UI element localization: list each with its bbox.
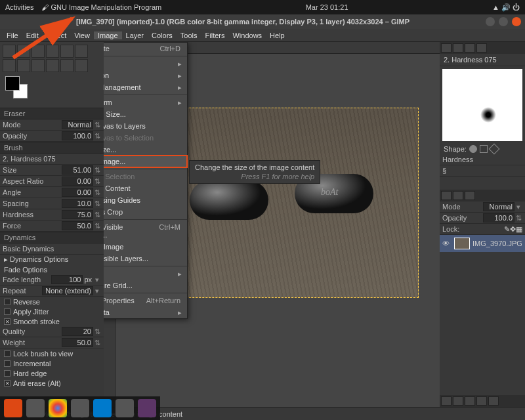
tool[interactable] xyxy=(17,45,30,58)
visibility-icon[interactable]: 👁 xyxy=(442,240,452,247)
menu-image[interactable]: Image xyxy=(94,32,122,39)
shape-square-icon[interactable] xyxy=(480,145,488,153)
menu-colors[interactable]: Colors xyxy=(148,32,177,39)
mode-select[interactable]: Normal xyxy=(62,120,93,129)
tool[interactable] xyxy=(3,45,16,58)
menu-flatten[interactable]: Flatten Image xyxy=(104,241,187,253)
tool[interactable] xyxy=(60,45,74,58)
menu-image-properties[interactable]: Image PropertiesAlt+Return xyxy=(104,295,187,306)
menu-color-management[interactable]: Color Management xyxy=(104,81,187,93)
shape-circle-icon[interactable] xyxy=(469,145,477,153)
menu-configure-grid[interactable]: Configure Grid... xyxy=(104,280,187,291)
layer-down-icon[interactable] xyxy=(465,396,475,406)
repeat-select[interactable]: None (extend) xyxy=(42,286,93,295)
menu-crop-content[interactable]: Crop to Content xyxy=(104,182,187,194)
opacity-input[interactable]: 100.0 xyxy=(62,131,93,140)
lock-brush-check[interactable]: Lock brush to view xyxy=(0,348,104,358)
hard-edge-check[interactable]: Hard edge xyxy=(0,368,104,378)
tool[interactable] xyxy=(17,59,30,72)
lock-pixel-icon[interactable]: ✎ xyxy=(504,225,510,234)
spacing-input[interactable]: 10.0 xyxy=(62,199,93,208)
hardness-input[interactable]: 75.0 xyxy=(62,210,93,219)
dock-app-icon[interactable] xyxy=(26,399,45,417)
menu-fit-canvas-layers[interactable]: Fit Canvas to Layers xyxy=(104,120,187,132)
layer-row[interactable]: 👁 IMG_3970.JPG xyxy=(440,235,525,252)
menu-print-size[interactable]: Print Size... xyxy=(104,144,187,156)
reverse-check[interactable]: Reverse xyxy=(0,297,104,306)
activities-button[interactable]: Activities xyxy=(5,3,33,11)
fg-bg-colors[interactable] xyxy=(5,76,28,98)
menu-filters[interactable]: Filters xyxy=(201,32,229,39)
smooth-check[interactable]: Smooth stroke xyxy=(0,316,104,326)
menu-transform[interactable]: Transform xyxy=(104,96,187,108)
layer-delete-icon[interactable] xyxy=(488,396,499,406)
menu-mode[interactable]: Mode xyxy=(104,58,187,70)
dock-chrome-icon[interactable] xyxy=(49,399,67,417)
menu-slice-guides[interactable]: Slice Using Guides xyxy=(104,194,187,206)
menu-duplicate[interactable]: DuplicateCtrl+D xyxy=(104,43,187,54)
menu-windows[interactable]: Windows xyxy=(228,32,266,39)
dock-files-icon[interactable] xyxy=(4,399,22,417)
fade-len-input[interactable]: 100 xyxy=(51,275,83,284)
tool[interactable] xyxy=(46,59,59,72)
tab-layers[interactable] xyxy=(441,191,452,200)
layer-thumbnail[interactable] xyxy=(454,238,470,249)
tool[interactable] xyxy=(32,45,45,58)
force-input[interactable]: 50.0 xyxy=(62,221,93,230)
tab-patterns[interactable] xyxy=(453,43,463,52)
clock[interactable]: Mar 23 01:21 xyxy=(161,3,492,11)
menu-tools[interactable]: Tools xyxy=(177,32,201,39)
dynamics-select[interactable]: Basic Dynamics xyxy=(3,245,101,253)
dock-vscode-icon[interactable] xyxy=(93,399,112,417)
brush-name[interactable]: 2. Hardness 075 xyxy=(3,155,101,163)
layer-mode-select[interactable]: Normal xyxy=(483,202,514,211)
tab-history[interactable] xyxy=(476,43,487,52)
shape-diamond-icon[interactable] xyxy=(488,144,499,155)
layer-new-icon[interactable] xyxy=(441,396,452,406)
jitter-check[interactable]: Apply Jitter xyxy=(0,306,104,316)
tab-channels[interactable] xyxy=(453,191,463,200)
size-input[interactable]: 51.00 xyxy=(62,165,93,175)
system-tray[interactable]: ▲ 🔊 ⏻ xyxy=(492,3,520,12)
weight-input[interactable]: 50.0 xyxy=(62,338,93,347)
angle-input[interactable]: 0.00 xyxy=(62,188,93,197)
layer-name[interactable]: IMG_3970.JPG xyxy=(472,240,522,247)
dock-app-icon[interactable] xyxy=(71,399,89,417)
incremental-check[interactable]: Incremental xyxy=(0,358,104,368)
menu-help[interactable]: Help xyxy=(266,32,289,39)
menu-align-layers[interactable]: Align Visible Layers... xyxy=(104,253,187,264)
tool[interactable] xyxy=(3,59,16,72)
layer-opacity-input[interactable]: 100.0 xyxy=(483,213,514,222)
menu-guides[interactable]: Guides xyxy=(104,268,187,280)
menu-select[interactable]: Select xyxy=(43,32,71,39)
menu-metadata[interactable]: Metadata xyxy=(104,306,187,318)
brush-preview[interactable] xyxy=(442,69,522,141)
menu-file[interactable]: File xyxy=(3,32,22,39)
close-button[interactable] xyxy=(512,17,521,26)
quality-input[interactable]: 20 xyxy=(62,327,93,336)
maximize-button[interactable] xyxy=(499,17,508,26)
menu-zealous-crop[interactable]: Zealous Crop xyxy=(104,206,187,218)
tab-paths[interactable] xyxy=(465,191,475,200)
dyn-options[interactable]: ▸ Dynamics Options xyxy=(4,255,68,264)
tab-brushes[interactable] xyxy=(441,43,452,52)
layer-up-icon[interactable] xyxy=(453,396,463,406)
minimize-button[interactable] xyxy=(486,17,495,26)
tool[interactable] xyxy=(75,59,88,72)
anti-erase-check[interactable]: Anti erase (Alt) xyxy=(0,378,104,388)
canvas-image[interactable] xyxy=(169,108,419,298)
layer-duplicate-icon[interactable] xyxy=(476,396,487,406)
menu-view[interactable]: View xyxy=(70,32,94,39)
tool[interactable] xyxy=(60,59,74,72)
menu-precision[interactable]: Precision xyxy=(104,70,187,81)
tab-fonts[interactable] xyxy=(465,43,475,52)
app-menu[interactable]: 🖌 GNU Image Manipulation Program xyxy=(41,3,161,11)
dock-app-icon[interactable] xyxy=(116,399,134,417)
lock-position-icon[interactable]: ✥ xyxy=(510,225,516,234)
menu-edit[interactable]: Edit xyxy=(22,32,43,39)
aspect-input[interactable]: 0.00 xyxy=(62,177,93,186)
dock-gimp-icon[interactable] xyxy=(138,399,156,417)
menu-layer[interactable]: Layer xyxy=(122,32,148,39)
menu-scale-image[interactable]: Scale Image... xyxy=(104,156,187,167)
menu-merge-visible[interactable]: Merge Visible Layers...Ctrl+M xyxy=(104,221,187,241)
